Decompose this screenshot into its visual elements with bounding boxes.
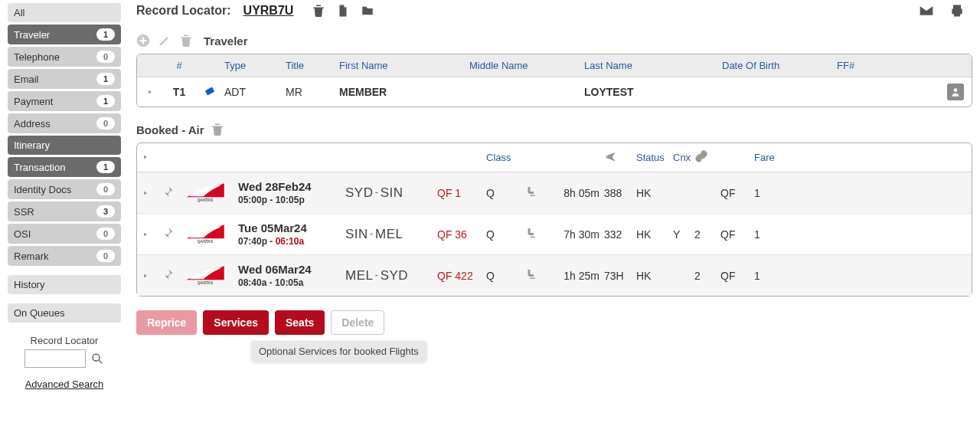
sidebar-item-count: 1 xyxy=(96,95,115,107)
seat-icon[interactable] xyxy=(524,267,550,283)
services-button[interactable]: Services xyxy=(203,310,269,335)
segment-row[interactable]: QANTAS Wed 28Feb24 05:00p - 10:05p SYD-S… xyxy=(137,172,972,214)
file-icon[interactable] xyxy=(336,4,350,18)
edit-traveler-icon[interactable] xyxy=(158,34,172,48)
sidebar-item-label: All xyxy=(14,7,24,18)
sidebar-item-label: Payment xyxy=(14,96,53,107)
expand-icon[interactable] xyxy=(142,187,162,199)
sidebar-item-osi[interactable]: OSI0 xyxy=(8,224,121,244)
expand-all-icon[interactable] xyxy=(142,152,162,163)
col-cnx[interactable]: Cnx xyxy=(673,152,694,163)
delete-traveler-icon[interactable] xyxy=(179,34,193,48)
segment-date: Wed 06Mar24 08:40a - 10:05a xyxy=(238,263,345,288)
svg-text:QANTAS: QANTAS xyxy=(198,198,214,202)
sidebar-item-count: 1 xyxy=(96,28,115,41)
segment-fare-value: 1 xyxy=(754,228,788,241)
pin-icon[interactable] xyxy=(162,268,185,283)
segment-date: Wed 28Feb24 05:00p - 10:05p xyxy=(238,180,345,205)
svg-text:QANTAS: QANTAS xyxy=(198,239,214,243)
sidebar-item-history[interactable]: History xyxy=(8,275,121,294)
segment-row[interactable]: QANTAS Tue 05Mar24 07:40p - 06:10a SIN-M… xyxy=(137,214,972,255)
sidebar-item-email[interactable]: Email1 xyxy=(8,69,121,89)
ticket-icon xyxy=(198,86,220,99)
delete-icon[interactable] xyxy=(312,4,325,18)
traveler-title: MR xyxy=(281,86,335,98)
traveler-type: ADT xyxy=(220,86,281,98)
services-tooltip: Optional Services for booked Flights xyxy=(251,341,426,362)
seat-icon[interactable] xyxy=(524,185,550,201)
sidebar-item-payment[interactable]: Payment1 xyxy=(8,91,121,111)
airline-logo-icon: QANTAS xyxy=(185,264,226,285)
col-dob[interactable]: Date Of Birth xyxy=(717,60,832,71)
expand-icon[interactable] xyxy=(142,228,162,241)
main: Record Locator: UYRB7U Traveler # xyxy=(121,3,972,390)
col-middle[interactable]: Middle Name xyxy=(465,60,580,71)
sidebar-item-traveler[interactable]: Traveler1 xyxy=(8,25,121,44)
segment-fare-carrier: QF xyxy=(720,187,754,199)
expand-icon[interactable] xyxy=(142,270,162,282)
traveler-row[interactable]: T1 ADT MR MEMBER LOYTEST xyxy=(137,77,972,106)
record-locator-value[interactable]: UYRB7U xyxy=(243,4,294,18)
segment-status: HK xyxy=(636,270,673,282)
reprice-button[interactable]: Reprice xyxy=(136,310,197,335)
sidebar-item-label: Telephone xyxy=(14,51,60,63)
col-first[interactable]: First Name xyxy=(335,60,465,71)
sidebar-item-address[interactable]: Address0 xyxy=(8,113,121,133)
sidebar-item-count: 0 xyxy=(96,51,115,63)
search-icon[interactable] xyxy=(90,352,104,365)
expand-icon[interactable] xyxy=(142,86,160,98)
sidebar-item-transaction[interactable]: Transaction1 xyxy=(8,157,121,177)
sidebar-item-itinerary[interactable]: Itinerary xyxy=(8,136,121,155)
segment-equipment: 73H xyxy=(604,270,636,282)
col-class[interactable]: Class xyxy=(486,152,524,163)
add-traveler-icon[interactable] xyxy=(136,34,150,48)
sidebar-item-identity-docs[interactable]: Identity Docs0 xyxy=(8,179,121,199)
record-locator-input[interactable] xyxy=(24,349,86,368)
flight-number: QF 1 xyxy=(437,187,486,199)
seats-button[interactable]: Seats xyxy=(275,310,325,335)
mail-icon[interactable] xyxy=(919,3,934,18)
sidebar-item-telephone[interactable]: Telephone0 xyxy=(8,47,121,67)
col-status[interactable]: Status xyxy=(636,152,673,163)
sidebar-item-on-queues[interactable]: On Queues xyxy=(8,303,121,323)
pin-icon[interactable] xyxy=(162,185,185,200)
sidebar-item-label: Transaction xyxy=(14,162,65,173)
segment-fare-carrier: QF xyxy=(720,228,754,241)
record-locator-search: Record Locator Advanced Search xyxy=(8,335,121,390)
col-title[interactable]: Title xyxy=(281,60,335,71)
traveler-table: # Type Title First Name Middle Name Last… xyxy=(136,54,972,107)
traveler-table-header: # Type Title First Name Middle Name Last… xyxy=(137,54,972,77)
sidebar-item-label: Remark xyxy=(14,251,49,262)
segment-class: Q xyxy=(486,187,524,199)
folder-icon[interactable] xyxy=(361,4,374,18)
advanced-search-link[interactable]: Advanced Search xyxy=(8,378,121,390)
delete-button[interactable]: Delete xyxy=(331,310,384,335)
sidebar-item-all[interactable]: All xyxy=(8,3,121,22)
sidebar-item-ssr[interactable]: SSR3 xyxy=(8,202,121,221)
col-last[interactable]: Last Name xyxy=(580,60,717,71)
col-fare[interactable]: Fare xyxy=(754,152,788,163)
sidebar-item-label: Email xyxy=(14,74,39,85)
airline-logo-icon: QANTAS xyxy=(185,223,226,244)
sidebar-item-label: On Queues xyxy=(14,307,65,319)
segment-row[interactable]: QANTAS Wed 06Mar24 08:40a - 10:05a MEL-S… xyxy=(137,255,972,296)
col-type[interactable]: Type xyxy=(220,60,281,71)
sidebar-item-count: 3 xyxy=(96,205,115,218)
identity-icon[interactable] xyxy=(947,84,964,100)
seat-icon[interactable] xyxy=(524,226,550,242)
record-header: Record Locator: UYRB7U xyxy=(136,3,972,18)
sidebar-item-label: SSR xyxy=(14,206,34,218)
sidebar-item-count: 0 xyxy=(96,183,115,195)
record-locator-label: Record Locator xyxy=(8,335,121,346)
sidebar-item-remark[interactable]: Remark0 xyxy=(8,246,121,266)
svg-text:QANTAS: QANTAS xyxy=(198,280,214,284)
airline-logo: QANTAS xyxy=(185,223,238,246)
segments-table: Class Status Cnx Fare QANTAS Wed 28Feb24… xyxy=(136,143,972,297)
sidebar-item-label: Traveler xyxy=(14,29,50,41)
col-num[interactable]: # xyxy=(160,60,198,71)
col-ff[interactable]: FF# xyxy=(832,60,893,71)
delete-booked-air-icon[interactable] xyxy=(211,123,224,136)
airline-logo: QANTAS xyxy=(185,182,238,205)
pin-icon[interactable] xyxy=(162,227,185,241)
print-icon[interactable] xyxy=(949,3,965,18)
